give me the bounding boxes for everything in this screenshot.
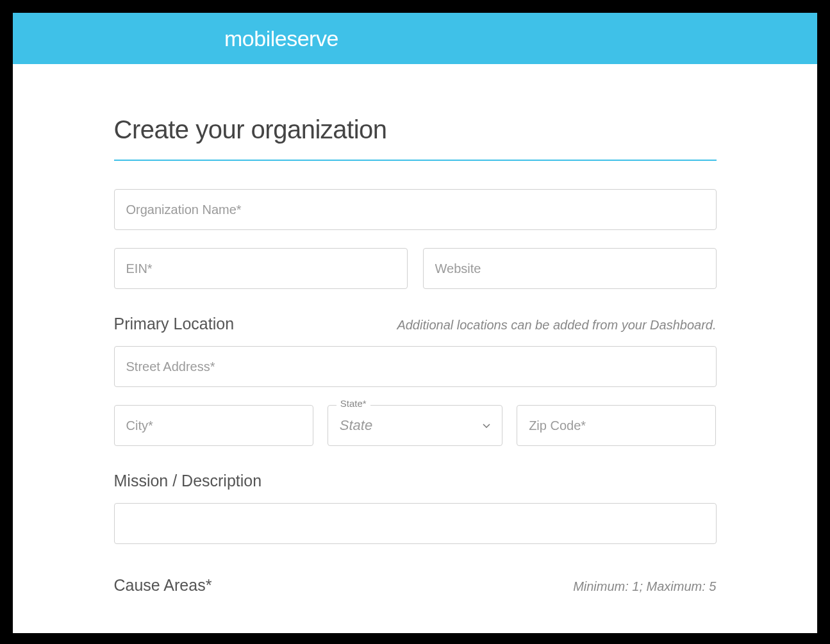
website-input[interactable] <box>423 248 717 289</box>
org-name-input[interactable] <box>114 189 717 230</box>
title-divider <box>114 160 717 161</box>
mission-label: Mission / Description <box>114 472 717 490</box>
location-section-header: Primary Location Additional locations ca… <box>114 315 717 333</box>
org-name-row <box>114 189 717 230</box>
chevron-down-icon <box>483 420 490 431</box>
state-select[interactable]: State <box>328 405 502 446</box>
mission-textarea[interactable] <box>114 503 717 544</box>
street-row <box>114 346 717 387</box>
street-input[interactable] <box>114 346 717 387</box>
cause-hint: Minimum: 1; Maximum: 5 <box>573 579 716 594</box>
ein-input[interactable] <box>114 248 408 289</box>
state-select-value: State <box>340 417 372 434</box>
location-label: Primary Location <box>114 315 235 333</box>
ein-website-row <box>114 248 717 289</box>
zip-input[interactable] <box>517 405 716 446</box>
city-input[interactable] <box>114 405 313 446</box>
header-bar: mobileserve <box>13 13 817 64</box>
state-legend: State* <box>336 398 370 409</box>
page-title: Create your organization <box>114 115 717 144</box>
location-hint: Additional locations can be added from y… <box>397 318 716 333</box>
mission-section: Mission / Description <box>114 472 717 547</box>
cause-section-header: Cause Areas* Minimum: 1; Maximum: 5 <box>114 576 717 595</box>
page-wrapper: mobileserve Create your organization Pri… <box>13 13 817 633</box>
city-state-zip-row: State* State <box>114 405 717 446</box>
form-content: Create your organization Primary Locatio… <box>63 64 768 633</box>
brand-logo: mobileserve <box>224 26 338 51</box>
state-select-wrap: State* State <box>328 405 502 446</box>
cause-label: Cause Areas* <box>114 576 212 595</box>
